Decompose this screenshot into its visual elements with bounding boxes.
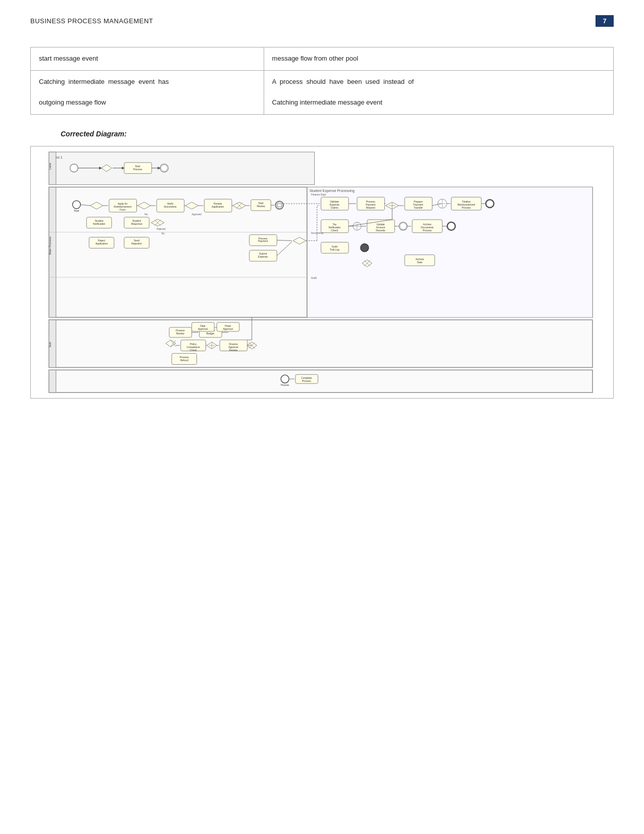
svg-text:Main Process: Main Process [48, 236, 52, 255]
svg-text:Expense: Expense [330, 204, 339, 206]
svg-text:Student Expense Processing: Student Expense Processing [310, 189, 355, 193]
svg-text:Expense: Expense [258, 256, 268, 258]
svg-text:Compliance: Compliance [187, 346, 200, 349]
table-cell-right-2: A process should have been used instead … [264, 70, 613, 114]
svg-point-23 [161, 165, 167, 171]
svg-text:Process: Process [423, 229, 432, 232]
svg-text:Account: Account [376, 226, 385, 229]
svg-text:No: No [162, 232, 165, 235]
bpmn-diagram-svg: Pool 1 Lane Main Process Student Expense… [34, 150, 610, 395]
svg-text:Payment: Payment [366, 204, 376, 206]
svg-text:Request: Request [366, 207, 376, 209]
document-title: BUSINESS PROCESS MANAGEMENT [30, 17, 153, 25]
svg-text:Finance: Finance [176, 329, 185, 332]
svg-text:Finance Dept: Finance Dept [311, 193, 326, 196]
svg-text:Audit: Audit [332, 246, 338, 249]
svg-text:Rejection: Rejection [131, 243, 142, 246]
svg-text:Archive: Archive [416, 258, 424, 261]
svg-text:Check: Check [190, 349, 197, 352]
svg-text:Process: Process [133, 168, 142, 171]
svg-text:Documents: Documents [421, 226, 434, 229]
svg-text:Transfer: Transfer [414, 207, 423, 209]
svg-text:Student: Student [132, 220, 141, 222]
svg-text:Finance: Finance [229, 343, 238, 346]
svg-text:Refund: Refund [180, 359, 188, 362]
svg-text:Budget: Budget [206, 332, 214, 335]
svg-text:Accounting: Accounting [311, 232, 324, 234]
svg-text:Process: Process [462, 207, 471, 209]
svg-text:Review: Review [214, 203, 222, 205]
svg-text:Yes: Yes [144, 213, 148, 216]
svg-point-27 [73, 201, 81, 209]
error-table: start message event message flow from ot… [30, 47, 614, 115]
svg-text:Notification: Notification [93, 223, 106, 225]
svg-rect-12 [49, 320, 592, 367]
svg-text:Student: Student [95, 220, 104, 222]
svg-text:Prepare: Prepare [414, 201, 423, 203]
svg-text:Payment: Payment [413, 204, 423, 206]
svg-text:Head: Head [225, 325, 231, 327]
svg-text:Payment: Payment [258, 240, 268, 243]
svg-text:Policy: Policy [190, 343, 197, 346]
svg-text:Complete: Complete [301, 377, 312, 379]
svg-rect-16 [49, 370, 56, 393]
svg-text:Reimbursement: Reimbursement [458, 204, 475, 206]
svg-text:Claims: Claims [331, 207, 339, 209]
svg-point-88 [486, 200, 494, 208]
svg-text:Archive: Archive [423, 223, 432, 226]
table-row: Catching intermediate message event haso… [31, 70, 614, 114]
table-cell-left-2: Catching intermediate message event haso… [31, 70, 264, 114]
table-row: start message event message flow from ot… [31, 47, 614, 71]
svg-text:Rejected: Rejected [157, 228, 166, 230]
page-header: BUSINESS PROCESS MANAGEMENT 7 [0, 0, 644, 37]
svg-text:Approval: Approval [228, 346, 238, 349]
svg-text:Trail Log: Trail Log [330, 249, 339, 252]
svg-rect-0 [49, 152, 315, 184]
svg-rect-15 [49, 370, 592, 393]
svg-text:Process: Process [180, 356, 189, 359]
svg-text:Start: Start [74, 210, 79, 212]
svg-text:Data: Data [417, 261, 423, 264]
svg-text:Submit: Submit [259, 253, 267, 255]
svg-text:Records: Records [376, 229, 385, 232]
svg-text:Approval: Approval [198, 328, 208, 330]
svg-text:Application: Application [95, 243, 108, 246]
svg-text:Application: Application [212, 206, 224, 208]
svg-text:Verify: Verify [167, 203, 174, 205]
svg-text:Response: Response [131, 223, 142, 225]
svg-text:Update: Update [377, 223, 385, 226]
page-number: 7 [596, 15, 614, 27]
svg-text:Documents: Documents [164, 206, 177, 208]
svg-text:Review: Review [229, 349, 238, 352]
svg-text:Audit: Audit [311, 277, 317, 279]
svg-rect-9 [307, 187, 592, 318]
corrected-diagram: Pool 1 Lane Main Process Student Expense… [30, 146, 614, 399]
svg-text:Process: Process [281, 384, 289, 386]
svg-text:Start: Start [135, 165, 140, 168]
svg-text:Lane: Lane [48, 163, 52, 170]
svg-point-101 [400, 223, 406, 229]
svg-text:Process: Process [302, 380, 311, 382]
svg-text:Process: Process [259, 237, 268, 240]
svg-text:Review: Review [176, 332, 185, 335]
svg-text:Apply for: Apply for [118, 203, 128, 205]
svg-text:Validate: Validate [330, 201, 339, 203]
svg-point-149 [281, 375, 289, 383]
svg-text:Check: Check [331, 229, 338, 232]
svg-text:Reimbursement: Reimbursement [114, 206, 131, 208]
svg-text:Approved: Approved [192, 213, 202, 216]
svg-point-110 [361, 244, 369, 252]
svg-point-17 [70, 164, 78, 172]
table-cell-right-1: message flow from other pool [264, 47, 613, 71]
svg-text:Dept: Dept [200, 325, 206, 327]
svg-text:Finalize: Finalize [462, 201, 471, 203]
svg-text:Sub: Sub [48, 342, 52, 348]
table-cell-left-1: start message event [31, 47, 264, 71]
diagram-label: Corrected Diagram: [61, 130, 614, 138]
svg-text:Tax: Tax [332, 223, 336, 226]
svg-text:Start: Start [258, 202, 264, 205]
svg-text:Send: Send [134, 240, 140, 242]
svg-text:Reject: Reject [98, 240, 106, 242]
svg-text:Approval: Approval [223, 328, 233, 330]
svg-text:Review: Review [257, 205, 265, 208]
